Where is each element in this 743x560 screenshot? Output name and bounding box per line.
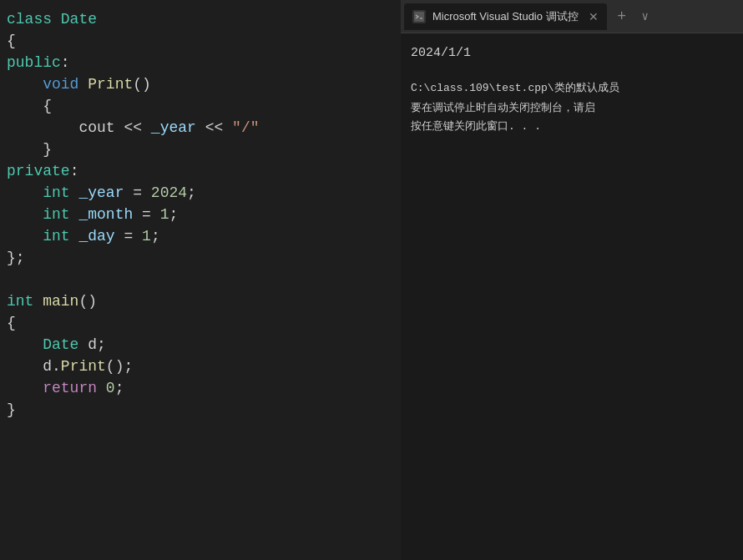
terminal-tab-add-button[interactable]: + [610,5,634,28]
terminal-msg2: 按任意键关闭此窗口. . . [411,118,733,136]
terminal-tab-bar: Microsoft Visual Studio 调试控 ✕ + ∨ [401,0,743,33]
code-line: cout << _year << "/" [0,117,401,139]
terminal-tab-icon [412,10,426,23]
code-line [0,269,401,290]
terminal-panel: Microsoft Visual Studio 调试控 ✕ + ∨ 2024/1… [401,0,743,560]
code-line: int _month = 1; [0,204,401,225]
code-line: private: [0,160,401,182]
code-line: int _year = 2024; [0,182,401,204]
code-line: void Print() [0,73,401,95]
terminal-msg1: 要在调试停止时自动关闭控制台，请启 [411,99,733,118]
code-line: return 0; [0,377,401,399]
code-line: { [0,312,401,334]
code-line: class Date [0,8,401,30]
terminal-path-output: C:\class.109\test.cpp\类的默认成员 [411,80,733,98]
terminal-tab-chevron-button[interactable]: ∨ [635,5,655,28]
code-editor: class Date{public: void Print() { cout <… [0,0,401,560]
code-line: { [0,95,401,117]
code-line: { [0,30,401,52]
code-line: public: [0,52,401,73]
terminal-content: 2024/1/1 C:\class.109\test.cpp\类的默认成员 要在… [401,33,743,560]
code-line: int _day = 1; [0,225,401,247]
code-line: } [0,399,401,421]
code-line: } [0,139,401,160]
code-line: d.Print(); [0,356,401,377]
terminal-date-output: 2024/1/1 [411,43,733,63]
code-line: }; [0,247,401,269]
terminal-tab-close[interactable]: ✕ [589,10,599,23]
terminal-tab-title: Microsoft Visual Studio 调试控 [432,9,579,24]
terminal-tab[interactable]: Microsoft Visual Studio 调试控 ✕ [404,3,607,30]
code-line: int main() [0,290,401,312]
code-line: Date d; [0,334,401,356]
